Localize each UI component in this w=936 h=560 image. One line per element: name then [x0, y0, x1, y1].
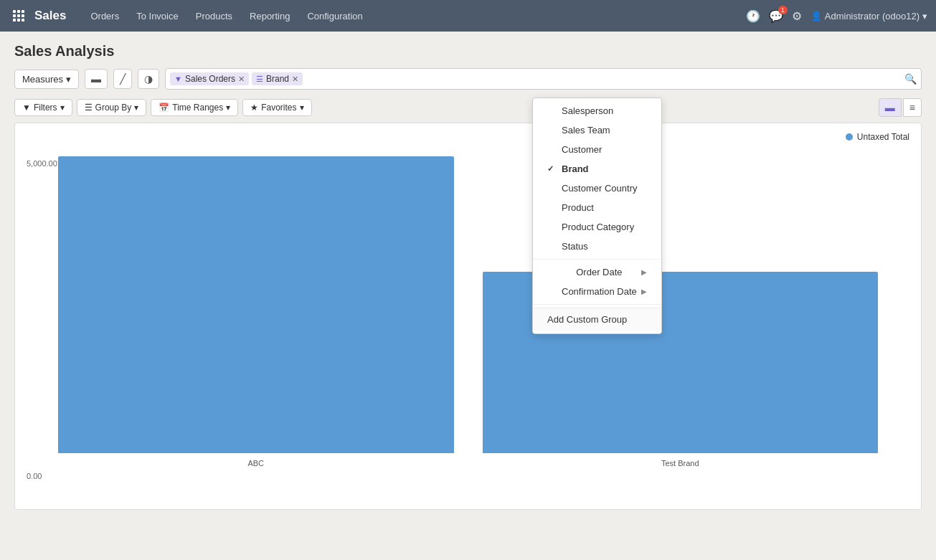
search-input[interactable] [306, 74, 902, 85]
time-ranges-label: Time Ranges [172, 103, 223, 113]
pie-chart-button[interactable]: ◑ [138, 69, 159, 89]
check-salesperson [547, 107, 557, 115]
y-axis-min: 0.00 [27, 472, 42, 480]
add-custom-group-label: Add Custom Group [547, 314, 627, 325]
user-name: Administrator (odoo12) [825, 11, 920, 22]
groupby-sales-team[interactable]: Sales Team [533, 120, 661, 140]
group-icon: ☰ [256, 75, 263, 84]
groupby-confirmation-date-label: Confirmation Date [562, 286, 637, 297]
groupby-brand-label: Brand [562, 163, 589, 174]
star-icon: ★ [250, 103, 258, 113]
group-by-button[interactable]: ☰ Group By ▾ [77, 99, 147, 116]
filters-arrow: ▾ [60, 103, 65, 113]
check-customer-country [547, 184, 557, 193]
groupby-salesperson-label: Salesperson [562, 105, 613, 116]
check-sales-team [547, 126, 557, 135]
groupby-customer-country-label: Customer Country [562, 183, 637, 194]
groupby-order-date-label: Order Date [576, 267, 622, 277]
bar-group-abc: ABC [58, 156, 454, 468]
groupby-customer[interactable]: Customer [533, 140, 661, 159]
search-tag-sales-orders[interactable]: ▼ Sales Orders ✕ [170, 72, 249, 85]
user-dropdown-arrow: ▾ [922, 11, 927, 22]
dropdown-divider-2 [533, 304, 661, 305]
groupby-brand[interactable]: ✓ Brand [533, 159, 661, 179]
check-product-category [547, 223, 557, 232]
user-avatar-icon: 👤 [810, 11, 822, 22]
filters-button[interactable]: ▼ Filters ▾ [14, 99, 72, 116]
nav-orders[interactable]: Orders [83, 8, 126, 24]
groupby-confirmation-date[interactable]: Confirmation Date ▶ [533, 282, 661, 301]
chat-badge: 1 [778, 6, 788, 14]
nav-to-invoice[interactable]: To Invoice [129, 8, 186, 24]
chart-area: Untaxed Total 5,000.00 0.00 ABC Test Bra… [14, 123, 922, 510]
groupby-product-category[interactable]: Product Category [533, 217, 661, 237]
time-icon: 📅 [159, 103, 169, 113]
groupby-product[interactable]: Product [533, 198, 661, 217]
group-by-icon: ☰ [85, 103, 93, 113]
view-toggle: ▬ ≡ [879, 98, 922, 117]
user-menu[interactable]: 👤 Administrator (odoo12) ▾ [810, 11, 927, 22]
bar-abc [58, 156, 454, 453]
remove-sales-orders-tag[interactable]: ✕ [238, 75, 245, 84]
topnav-right: 🕐 💬 1 ⚙ 👤 Administrator (odoo12) ▾ [746, 9, 927, 23]
topnav: Sales Orders To Invoice Products Reporti… [0, 0, 936, 32]
groupby-product-label: Product [562, 202, 594, 213]
nav-reporting[interactable]: Reporting [242, 8, 297, 24]
group-by-arrow: ▾ [134, 103, 138, 113]
page-title: Sales Analysis [14, 43, 922, 60]
app-name: Sales [34, 9, 66, 23]
time-ranges-arrow: ▾ [226, 103, 230, 113]
settings-icon[interactable]: ⚙ [792, 9, 802, 23]
filter-row: ▼ Filters ▾ ☰ Group By ▾ 📅 Time Ranges ▾… [14, 98, 922, 117]
confirmation-date-submenu-arrow: ▶ [641, 288, 647, 295]
filter-funnel-icon: ▼ [22, 103, 31, 113]
bar-label-testbrand: Test Brand [661, 459, 699, 468]
toolbar-row: Measures ▾ ▬ ╱ ◑ ▼ Sales Orders ✕ ☰ Bran… [14, 68, 922, 90]
main-nav: Orders To Invoice Products Reporting Con… [83, 8, 745, 24]
measures-button[interactable]: Measures ▾ [14, 70, 79, 89]
dropdown-divider-1 [533, 259, 661, 260]
groupby-status[interactable]: Status [533, 237, 661, 256]
check-customer [547, 146, 557, 154]
groupby-status-label: Status [562, 241, 588, 252]
groupby-customer-label: Customer [562, 144, 602, 155]
filter-icon: ▼ [174, 75, 182, 83]
list-view-button[interactable]: ≡ [903, 98, 922, 117]
search-submit-icon[interactable]: 🔍 [904, 73, 917, 85]
check-status [547, 242, 557, 251]
groupby-sales-team-label: Sales Team [562, 125, 610, 136]
add-custom-group-item[interactable]: Add Custom Group [533, 308, 661, 331]
check-brand: ✓ [547, 164, 557, 174]
search-tag-brand-label: Brand [266, 74, 289, 84]
groupby-salesperson[interactable]: Salesperson [533, 101, 661, 120]
groupby-customer-country[interactable]: Customer Country [533, 179, 661, 198]
nav-products[interactable]: Products [189, 8, 240, 24]
grid-menu-icon[interactable] [9, 6, 29, 26]
remove-brand-tag[interactable]: ✕ [292, 75, 298, 84]
chart-view-button[interactable]: ▬ [879, 98, 902, 117]
groupby-product-category-label: Product Category [562, 222, 634, 232]
check-order-date [547, 268, 557, 277]
favorites-arrow: ▾ [300, 103, 304, 113]
search-bar: ▼ Sales Orders ✕ ☰ Brand ✕ 🔍 [165, 68, 922, 90]
order-date-submenu-arrow: ▶ [641, 268, 647, 276]
check-confirmation-date [547, 288, 557, 296]
groupby-dropdown: Salesperson Sales Team Customer ✓ Brand … [532, 98, 662, 334]
bar-label-abc: ABC [247, 459, 264, 468]
measures-label: Measures [22, 74, 63, 85]
bars-container: ABC Test Brand [29, 138, 907, 468]
nav-configuration[interactable]: Configuration [300, 8, 369, 24]
search-tag-sales-orders-label: Sales Orders [185, 74, 235, 84]
measures-dropdown-arrow: ▾ [66, 74, 71, 85]
favorites-button[interactable]: ★ Favorites ▾ [242, 99, 311, 116]
main-content: Sales Analysis Measures ▾ ▬ ╱ ◑ ▼ Sales … [0, 32, 936, 521]
time-ranges-button[interactable]: 📅 Time Ranges ▾ [151, 99, 238, 116]
line-chart-button[interactable]: ╱ [113, 69, 132, 89]
clock-icon[interactable]: 🕐 [746, 9, 760, 23]
groupby-order-date[interactable]: Order Date ▶ [533, 262, 661, 282]
search-tag-brand[interactable]: ☰ Brand ✕ [252, 72, 303, 85]
group-by-label: Group By [95, 103, 132, 113]
bar-chart-button[interactable]: ▬ [85, 69, 108, 89]
check-product [547, 204, 557, 212]
chat-icon[interactable]: 💬 1 [769, 9, 783, 23]
